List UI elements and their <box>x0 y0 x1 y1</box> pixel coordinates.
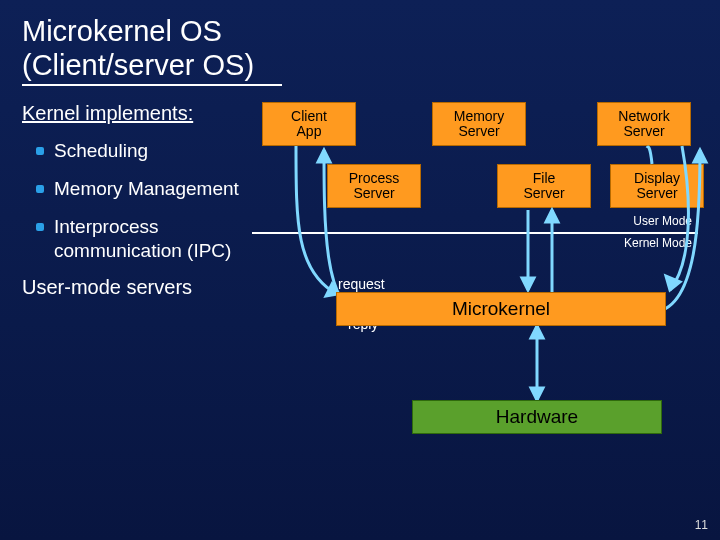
kernel-implements-heading: Kernel implements: <box>22 102 242 125</box>
left-column: Kernel implements: Scheduling Memory Man… <box>22 102 252 482</box>
slide-number: 11 <box>695 518 708 532</box>
svg-marker-3 <box>522 278 534 290</box>
svg-marker-5 <box>694 150 706 162</box>
svg-marker-1 <box>318 150 330 162</box>
request-label: request <box>338 276 385 292</box>
svg-marker-7 <box>531 326 543 338</box>
diagram-area: Client App Memory Server Network Server … <box>252 102 698 482</box>
svg-marker-6 <box>531 388 543 400</box>
list-item: Interprocess communication (IPC) <box>36 215 242 263</box>
kernel-bullet-list: Scheduling Memory Management Interproces… <box>36 139 242 262</box>
box-microkernel: Microkernel <box>336 292 666 326</box>
slide-title-line1: Microkernel OS <box>22 14 698 48</box>
svg-marker-2 <box>546 210 558 222</box>
microkernel-text: Microkernel <box>452 298 550 320</box>
list-item: Memory Management <box>36 177 242 201</box>
box-hardware: Hardware <box>412 400 662 434</box>
user-mode-servers-label: User-mode servers <box>22 276 242 299</box>
list-item: Scheduling <box>36 139 242 163</box>
hardware-text: Hardware <box>496 406 578 428</box>
slide-title-block: Microkernel OS (Client/server OS) <box>0 0 720 86</box>
slide-title-line2: (Client/server OS) <box>22 48 698 82</box>
